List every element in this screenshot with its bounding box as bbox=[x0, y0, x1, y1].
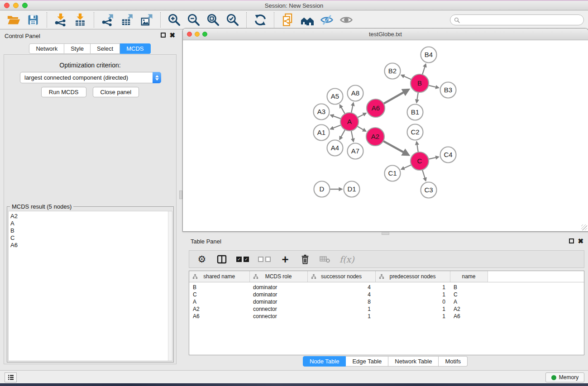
graph-edge-A-A8[interactable] bbox=[351, 103, 353, 113]
graph-node-C1[interactable]: C1 bbox=[385, 166, 401, 181]
network-canvas[interactable]: AA1A2A3A4A5A6A7A8BB1B2B3B4CC1C2C3C4DD1 bbox=[183, 40, 588, 231]
zoom-out-icon[interactable] bbox=[186, 12, 202, 28]
table-row[interactable]: Adominator 80 A bbox=[189, 298, 584, 305]
graph-edge-A-A6[interactable] bbox=[358, 113, 366, 118]
mcds-result-list[interactable]: A2 A B C A6 bbox=[8, 211, 172, 361]
graph-edge-A-A3[interactable] bbox=[331, 115, 341, 119]
graph-edge-A-A5[interactable] bbox=[340, 105, 345, 114]
zoom-selected-icon[interactable] bbox=[225, 12, 241, 28]
graph-node-A5[interactable]: A5 bbox=[327, 89, 343, 105]
task-history-button[interactable] bbox=[5, 372, 17, 382]
list-item[interactable]: A bbox=[9, 220, 172, 227]
column-header-predecessor-nodes[interactable]: predecessor nodes bbox=[375, 271, 450, 282]
graph-node-A1[interactable]: A1 bbox=[314, 125, 330, 141]
graph-node-C[interactable]: C bbox=[411, 152, 429, 170]
vertical-splitter-handle[interactable] bbox=[179, 191, 182, 199]
open-recent-icon[interactable] bbox=[280, 12, 296, 28]
tab-node-table[interactable]: Node Table bbox=[303, 356, 346, 367]
export-network-icon[interactable] bbox=[100, 12, 116, 28]
save-session-icon[interactable] bbox=[25, 12, 41, 28]
graph-edge-B-B2[interactable] bbox=[402, 75, 411, 80]
list-item[interactable]: B bbox=[9, 227, 172, 234]
list-item[interactable]: C bbox=[9, 234, 172, 242]
graph-node-A2[interactable]: A2 bbox=[366, 128, 384, 146]
criterion-dropdown[interactable]: largest connected component (directed) bbox=[20, 72, 161, 83]
float-table-panel-icon[interactable] bbox=[569, 238, 574, 243]
table-row[interactable]: A2connector 11 A2 bbox=[189, 305, 584, 313]
delete-table-icon[interactable] bbox=[320, 253, 330, 266]
zoom-fit-icon[interactable] bbox=[205, 12, 221, 28]
graph-edge-A2-C[interactable] bbox=[383, 141, 408, 155]
graph-edge-B-B1[interactable] bbox=[416, 92, 418, 102]
graph-node-B4[interactable]: B4 bbox=[421, 47, 437, 63]
deselect-all-icon[interactable] bbox=[258, 253, 271, 266]
graph-node-B1[interactable]: B1 bbox=[407, 105, 423, 120]
graph-node-A7[interactable]: A7 bbox=[348, 143, 363, 159]
graph-edge-B-B3[interactable] bbox=[428, 86, 438, 88]
network-window-titlebar[interactable]: testGlobe.txt bbox=[183, 29, 588, 40]
import-table-icon[interactable] bbox=[72, 12, 88, 28]
column-header-shared-name[interactable]: shared name bbox=[189, 271, 249, 282]
list-scrollbar[interactable] bbox=[168, 211, 172, 361]
tab-style[interactable]: Style bbox=[64, 43, 91, 54]
graph-node-A8[interactable]: A8 bbox=[348, 86, 363, 101]
search-input[interactable] bbox=[462, 17, 580, 24]
graph-edge-C-C4[interactable] bbox=[429, 157, 439, 159]
table-row[interactable]: Bdominator 41 B bbox=[189, 284, 584, 291]
zoom-in-icon[interactable] bbox=[166, 12, 182, 28]
graph-node-A[interactable]: A bbox=[340, 113, 359, 131]
network-graph[interactable]: AA1A2A3A4A5A6A7A8BB1B2B3B4CC1C2C3C4DD1 bbox=[183, 40, 588, 231]
graph-edge-A-A2[interactable] bbox=[357, 126, 365, 131]
show-details-icon[interactable] bbox=[338, 12, 354, 28]
tab-network[interactable]: Network bbox=[29, 43, 64, 54]
run-mcds-button[interactable]: Run MCDS bbox=[41, 87, 86, 97]
list-item[interactable]: A6 bbox=[9, 242, 172, 249]
tab-mcds[interactable]: MCDS bbox=[120, 43, 150, 54]
delete-row-trash-icon[interactable] bbox=[300, 253, 311, 266]
table-settings-gear-icon[interactable]: ⚙ bbox=[196, 253, 207, 266]
main-titlebar[interactable]: Session: New Session bbox=[0, 1, 588, 10]
graph-edge-A6-B[interactable] bbox=[383, 90, 408, 104]
tab-network-table[interactable]: Network Table bbox=[388, 356, 439, 367]
close-table-panel-icon[interactable]: ✖ bbox=[578, 238, 583, 243]
tab-edge-table[interactable]: Edge Table bbox=[346, 356, 388, 367]
tab-select[interactable]: Select bbox=[91, 43, 120, 54]
graph-node-A4[interactable]: A4 bbox=[327, 140, 343, 156]
select-all-icon[interactable]: ✓✓ bbox=[236, 253, 249, 266]
graph-node-C4[interactable]: C4 bbox=[440, 147, 456, 163]
column-header-mcds-role[interactable]: MCDS role bbox=[249, 271, 307, 282]
close-panel-button[interactable]: Close panel bbox=[93, 87, 139, 97]
export-table-icon[interactable] bbox=[119, 12, 135, 28]
table-row[interactable]: A6connector 11 A6 bbox=[189, 313, 584, 320]
graph-node-B3[interactable]: B3 bbox=[440, 82, 456, 98]
column-header-successor-nodes[interactable]: successor nodes bbox=[307, 271, 375, 282]
add-row-plus-icon[interactable]: + bbox=[280, 253, 291, 266]
graph-edge-A-A1[interactable] bbox=[331, 125, 341, 129]
graph-edge-C-C1[interactable] bbox=[402, 165, 411, 169]
window-resize-grip[interactable] bbox=[581, 224, 587, 230]
graph-node-C2[interactable]: C2 bbox=[407, 124, 423, 140]
home-icon[interactable] bbox=[299, 12, 316, 28]
graph-edge-C-C3[interactable] bbox=[422, 170, 425, 181]
graph-node-C3[interactable]: C3 bbox=[421, 182, 437, 198]
import-network-icon[interactable] bbox=[53, 12, 69, 28]
create-column-icon[interactable] bbox=[216, 253, 227, 266]
horizontal-splitter-handle[interactable] bbox=[382, 232, 389, 235]
refresh-icon[interactable] bbox=[252, 12, 268, 28]
graph-node-D1[interactable]: D1 bbox=[344, 181, 360, 197]
memory-button[interactable]: Memory bbox=[545, 372, 584, 382]
column-header-name[interactable]: name bbox=[450, 271, 488, 282]
graph-node-D[interactable]: D bbox=[314, 181, 330, 197]
graph-node-A6[interactable]: A6 bbox=[367, 99, 385, 117]
export-image-icon[interactable] bbox=[139, 12, 155, 28]
graph-node-B2[interactable]: B2 bbox=[385, 63, 401, 79]
list-item[interactable]: A2 bbox=[9, 213, 172, 220]
graph-edge-A-A7[interactable] bbox=[351, 131, 354, 142]
float-panel-icon[interactable] bbox=[161, 33, 166, 38]
open-session-icon[interactable] bbox=[5, 12, 22, 28]
close-panel-icon[interactable]: ✖ bbox=[169, 33, 175, 38]
search-field[interactable] bbox=[450, 14, 584, 25]
dropdown-stepper-icon[interactable] bbox=[153, 72, 161, 83]
tab-motifs[interactable]: Motifs bbox=[439, 356, 468, 367]
graph-node-B[interactable]: B bbox=[411, 74, 429, 92]
